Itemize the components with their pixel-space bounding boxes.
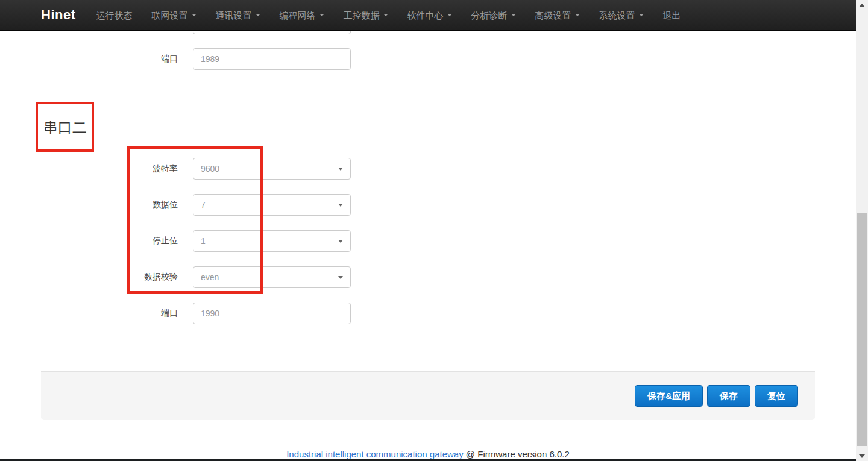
nav-item-label: 软件中心 — [407, 0, 444, 31]
stop-bits-value: 1 — [193, 236, 206, 246]
nav-item-label: 编程网络 — [280, 0, 316, 31]
brand-logo[interactable]: Hinet — [41, 7, 76, 23]
baud-rate-select[interactable]: 9600 — [193, 158, 351, 180]
footer-text: Industrial intelligent communication gat… — [0, 449, 856, 459]
firmware-version-text: @ Firmware version 6.0.2 — [464, 449, 570, 459]
caret-down-icon — [447, 14, 452, 16]
caret-down-icon — [511, 14, 516, 16]
save-apply-button[interactable]: 保存&应用 — [635, 385, 703, 407]
stop-bits-label: 停止位 — [42, 236, 178, 246]
reset-button[interactable]: 复位 — [755, 385, 798, 407]
data-bits-label: 数据位 — [42, 199, 178, 210]
select-arrow-icon — [338, 240, 343, 243]
caret-down-icon — [575, 14, 580, 16]
firmware-gateway-link[interactable]: Industrial intelligent communication gat… — [286, 449, 464, 459]
port-input-serial2[interactable] — [193, 303, 351, 324]
baud-rate-row: 波特率 9600 — [42, 158, 351, 180]
nav-item-label: 高级设置 — [535, 0, 571, 31]
caret-down-icon — [383, 14, 388, 16]
nav-item-run-status[interactable]: 运行状态 — [87, 0, 142, 31]
page: Hinet 运行状态 联网设置 通讯设置 编程网络 工控数据 软件中心 分析诊断… — [0, 0, 868, 461]
nav-item-label: 工控数据 — [344, 0, 380, 31]
serial2-section-title: 串口二 — [43, 118, 87, 137]
nav-item-label: 系统设置 — [599, 0, 635, 31]
nav-item-label: 分析诊断 — [471, 0, 508, 31]
form-actions-panel: 保存&应用 保存 复位 — [41, 371, 815, 420]
scroll-down-button[interactable] — [856, 451, 868, 461]
top-navbar: Hinet 运行状态 联网设置 通讯设置 编程网络 工控数据 软件中心 分析诊断… — [0, 0, 856, 31]
save-button[interactable]: 保存 — [707, 385, 750, 407]
parity-select[interactable]: even — [193, 266, 351, 288]
baud-rate-value: 9600 — [193, 164, 219, 174]
caret-down-icon — [256, 14, 260, 16]
select-arrow-icon — [338, 168, 343, 171]
scrollbar-thumb[interactable] — [857, 213, 867, 446]
nav-item-analysis-diagnosis[interactable]: 分析诊断 — [462, 0, 526, 31]
caret-down-icon — [639, 14, 644, 16]
stop-bits-select[interactable]: 1 — [193, 230, 351, 252]
nav-item-logout[interactable]: 退出 — [653, 0, 691, 31]
select-arrow-icon — [338, 276, 343, 279]
nav-item-advanced-settings[interactable]: 高级设置 — [526, 0, 590, 31]
footer-divider — [41, 433, 815, 433]
caret-down-icon — [192, 14, 197, 16]
parity-label: 数据校验 — [42, 272, 178, 283]
data-bits-select[interactable]: 7 — [193, 194, 351, 216]
parity-value: even — [193, 272, 219, 282]
nav-item-label: 运行状态 — [96, 0, 133, 31]
nav-item-system-settings[interactable]: 系统设置 — [590, 0, 653, 31]
port-input-serial1[interactable] — [193, 48, 351, 70]
port-label: 端口 — [42, 308, 178, 319]
nav-item-comm-settings[interactable]: 通讯设置 — [206, 0, 270, 31]
nav-item-programming-network[interactable]: 编程网络 — [270, 0, 334, 31]
select-arrow-icon — [338, 204, 343, 207]
serial2-port-row: 端口 — [42, 303, 351, 324]
data-bits-value: 7 — [193, 200, 206, 210]
parity-row: 数据校验 even — [42, 266, 351, 288]
vertical-scrollbar[interactable] — [856, 0, 868, 461]
nav-item-software-center[interactable]: 软件中心 — [398, 0, 462, 31]
baud-rate-label: 波特率 — [42, 163, 178, 174]
serial1-port-row: 端口 — [42, 48, 351, 70]
nav-item-industrial-data[interactable]: 工控数据 — [334, 0, 398, 31]
stop-bits-row: 停止位 1 — [42, 230, 351, 252]
data-bits-row: 数据位 7 — [42, 194, 351, 216]
caret-down-icon — [319, 14, 324, 16]
nav-item-network-settings[interactable]: 联网设置 — [142, 0, 206, 31]
nav-item-label: 通讯设置 — [216, 0, 252, 31]
scroll-up-button[interactable] — [856, 0, 868, 10]
nav-item-label: 退出 — [663, 0, 681, 31]
port-label: 端口 — [42, 54, 178, 64]
nav-item-label: 联网设置 — [152, 0, 188, 31]
